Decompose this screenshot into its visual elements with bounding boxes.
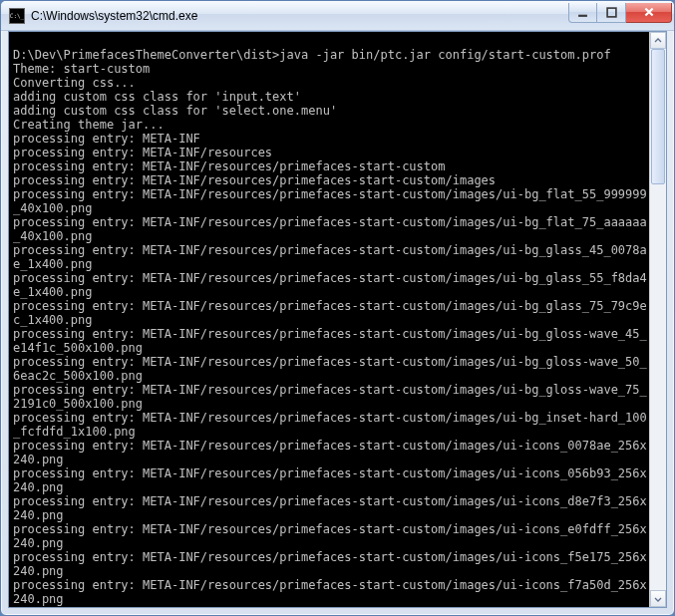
scrollbar-track[interactable] — [650, 49, 666, 590]
window-controls — [568, 3, 672, 23]
cmd-window: C:\Windows\system32\cmd.exe D:\Dev\Prime… — [0, 0, 675, 616]
scrollbar-thumb[interactable] — [651, 49, 665, 184]
window-title: C:\Windows\system32\cmd.exe — [31, 9, 568, 23]
maximize-icon — [606, 7, 617, 18]
close-button[interactable] — [626, 3, 672, 23]
vertical-scrollbar[interactable] — [649, 32, 666, 607]
scroll-down-button[interactable] — [650, 590, 666, 607]
close-icon — [643, 6, 655, 18]
chevron-up-icon — [654, 37, 662, 45]
scroll-up-button[interactable] — [650, 32, 666, 49]
titlebar[interactable]: C:\Windows\system32\cmd.exe — [1, 1, 674, 31]
minimize-button[interactable] — [568, 3, 597, 23]
console-output[interactable]: D:\Dev\PrimefacesThemeConverter\dist>jav… — [9, 32, 649, 607]
maximize-button[interactable] — [597, 3, 626, 23]
chevron-down-icon — [654, 595, 662, 603]
client-area: D:\Dev\PrimefacesThemeConverter\dist>jav… — [8, 31, 667, 608]
svg-rect-0 — [578, 14, 587, 16]
cmd-icon — [9, 8, 25, 24]
svg-rect-1 — [607, 8, 616, 17]
minimize-icon — [577, 7, 588, 18]
